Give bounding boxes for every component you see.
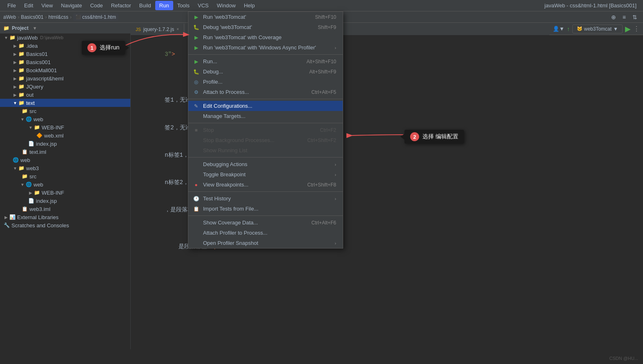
iml-icon-text: 📋: [21, 149, 28, 155]
menu-navigate[interactable]: Navigate: [57, 1, 86, 10]
breadcrumb-item-basics001[interactable]: Basics001: [21, 14, 43, 20]
menu-label-attach: Attach to Process...: [203, 89, 249, 95]
menu-item-edit-config[interactable]: ✎ Edit Configurations...: [188, 101, 343, 111]
breadcrumb-item-aweb[interactable]: aWeb: [3, 14, 16, 20]
toolbar-btn-2[interactable]: ≡: [620, 12, 628, 22]
tree-item-javaWeb[interactable]: ▼ 📁 javaWeb D:\javaWeb: [0, 33, 130, 42]
config-dropdown-arrow: ▼: [613, 26, 618, 32]
menu-label-toggle-breakpoint: Toggle Breakpoint: [203, 171, 246, 178]
profile-btn[interactable]: 👤▼: [553, 26, 565, 32]
arrow-profiler: ›: [335, 45, 336, 50]
tree-item-JQuery[interactable]: ▶ 📁 JQuery: [0, 82, 130, 91]
menu-window[interactable]: Window: [213, 1, 240, 10]
tree-item-Basics001[interactable]: ▶ 📁 Basics001: [0, 58, 130, 66]
menu-item-run-dots[interactable]: ▶ Run... Alt+Shift+F10: [188, 56, 343, 67]
tab-close-jquery[interactable]: ×: [176, 27, 179, 31]
tree-label-Basics001: Basics001: [26, 59, 51, 65]
folder-icon-src: 📁: [21, 108, 28, 114]
menu-item-attach-profiler[interactable]: Attach Profiler to Process...: [188, 228, 343, 238]
folder-icon-out: 📁: [18, 91, 25, 98]
run-button[interactable]: ▶: [625, 24, 631, 33]
menu-vcs[interactable]: VCS: [194, 1, 213, 10]
menu-build[interactable]: Build: [135, 1, 155, 10]
menu-label-stop: Stop: [203, 127, 214, 133]
sep6: [188, 215, 343, 216]
menu-code[interactable]: Code: [86, 1, 107, 10]
tree-item-WEB-INF-text[interactable]: ▼ 📁 WEB-INF: [0, 123, 130, 131]
tree-item-out[interactable]: ▶ 📁 out: [0, 91, 130, 99]
expand-arrow-BookMall001: ▶: [12, 67, 18, 73]
menu-item-test-history[interactable]: 🕐 Test History ›: [188, 193, 343, 204]
tree-item-web-text[interactable]: ▼ 🌐 web: [0, 115, 130, 123]
menu-item-open-profiler[interactable]: Open Profiler Snapshot ›: [188, 238, 343, 248]
menu-tools[interactable]: Tools: [173, 1, 194, 10]
watermark: CSDN @HU...: [610, 356, 638, 361]
toolbar-btn-3[interactable]: ⇅: [630, 12, 640, 22]
tree-item-index-jsp-text[interactable]: 📄 index.jsp: [0, 140, 130, 148]
tree-item-text[interactable]: ▼ 📁 text: [0, 99, 130, 107]
folder-icon-src-web3: 📁: [21, 173, 28, 180]
menu-item-toggle-breakpoint[interactable]: Toggle Breakpoint ›: [188, 169, 343, 180]
menu-label-run-web3tomcat: Run 'web3Tomcat': [203, 14, 246, 20]
more-button[interactable]: ⋮: [633, 25, 640, 33]
tooltip-select-edit-config: 2 选择 编辑配置: [404, 130, 464, 144]
menu-item-debugging-actions[interactable]: Debugging Actions ›: [188, 159, 343, 169]
web-icon-web-text: 🌐: [25, 116, 32, 122]
tooltip-arrow-2: [400, 134, 404, 140]
menu-item-attach[interactable]: ⚙ Attach to Process... Ctrl+Alt+F5: [188, 87, 343, 97]
menu-item-run-web3tomcat[interactable]: ▶ Run 'web3Tomcat' Shift+F10: [188, 12, 343, 22]
expand-arrow-text: ▼: [12, 100, 18, 106]
menu-item-run-coverage[interactable]: ▶ Run 'web3Tomcat' with Coverage: [188, 32, 343, 42]
sep3: [188, 123, 343, 123]
menu-item-profile[interactable]: ◎ Profile...: [188, 77, 343, 87]
menu-edit[interactable]: Edit: [20, 1, 37, 10]
tree-item-javascript[interactable]: ▶ 📁 javascript&heml: [0, 74, 130, 82]
menu-item-manage-targets[interactable]: Manage Targets...: [188, 111, 343, 121]
tree-item-WEB-INF-web3[interactable]: ▶ 📁 WEB-INF: [0, 189, 130, 197]
expand-arrow-web3: ▼: [12, 165, 18, 171]
menu-item-debug-dots[interactable]: 🐛 Debug... Alt+Shift+F9: [188, 67, 343, 77]
sidebar-dropdown-arrow[interactable]: ▼: [33, 26, 37, 31]
tree-item-text-iml[interactable]: 📋 text.iml: [0, 148, 130, 156]
menu-label-import-tests: Import Tests from File...: [203, 206, 259, 212]
menu-item-view-breakpoints[interactable]: ● View Breakpoints... Ctrl+Shift+F8: [188, 180, 343, 190]
tree-item-scratches[interactable]: 🔧 Scratches and Consoles: [0, 221, 130, 229]
expand-arrow-JQuery: ▶: [12, 84, 18, 89]
tree-item-index-jsp-web3[interactable]: 📄 index.jsp: [0, 197, 130, 205]
tree-item-external-libs[interactable]: ▶ 📊 External Libraries: [0, 213, 130, 221]
menu-refactor[interactable]: Refactor: [107, 1, 135, 10]
folder-icon-javascript: 📁: [18, 75, 25, 82]
tree-item-web3-iml[interactable]: 📋 web3.iml: [0, 205, 130, 213]
tree-item-web3[interactable]: ▼ 📁 web3: [0, 164, 130, 172]
menubar: File Edit View Navigate Code Refactor Bu…: [0, 0, 643, 11]
tab-jquery[interactable]: JS jquery-1.7.2.js ×: [131, 24, 184, 35]
toolbar-btn-1[interactable]: ⊕: [609, 12, 618, 22]
tree-path-javaWeb: D:\javaWeb: [40, 35, 63, 40]
tree-item-web-web3[interactable]: ▼ 🌐 web: [0, 180, 130, 189]
badge-number-1: 1: [87, 43, 96, 52]
menu-label-show-running: Show Running List: [203, 147, 247, 153]
menu-item-run-profiler[interactable]: ▶ Run 'web3Tomcat' with 'Windows Async P…: [188, 42, 343, 53]
menu-item-import-tests[interactable]: 📋 Import Tests from File...: [188, 204, 343, 214]
run-config-button[interactable]: 🐱 web3Tomcat ▼: [572, 24, 623, 33]
tree-item-web-xml[interactable]: 🔶 web.xml: [0, 131, 130, 140]
menu-item-show-coverage[interactable]: Show Coverage Data... Ctrl+Alt+F6: [188, 218, 343, 228]
tree-item-src[interactable]: 📁 src: [0, 107, 130, 115]
breadcrumb-item-file[interactable]: ⬛ css&html-1.htm: [73, 13, 118, 21]
code-value-1: 3": [165, 51, 172, 58]
folder-icon-BookMall001: 📁: [18, 67, 25, 73]
folder-icon-javaWeb: 📁: [9, 34, 16, 41]
menu-view[interactable]: View: [37, 1, 57, 10]
tree-label-JQuery: JQuery: [26, 84, 43, 90]
tree-item-src-web3[interactable]: 📁 src: [0, 172, 130, 180]
tree-item-web2[interactable]: 🌐 web: [0, 156, 130, 164]
menu-run[interactable]: Run: [155, 1, 173, 10]
tree-item-BookMall001[interactable]: ▶ 📁 BookMall001: [0, 66, 130, 74]
menu-help[interactable]: Help: [240, 1, 259, 10]
menu-file[interactable]: File: [3, 1, 20, 10]
run-dots-icon: ▶: [192, 58, 200, 65]
menu-item-debug-web3tomcat[interactable]: 🐛 Debug 'web3Tomcat' Shift+F9: [188, 22, 343, 32]
tree-label-web3-iml: web3.iml: [29, 206, 50, 212]
breadcrumb-item-htmlcss[interactable]: html&css: [49, 14, 69, 20]
menu-label-debug-web3tomcat: Debug 'web3Tomcat': [203, 24, 252, 30]
